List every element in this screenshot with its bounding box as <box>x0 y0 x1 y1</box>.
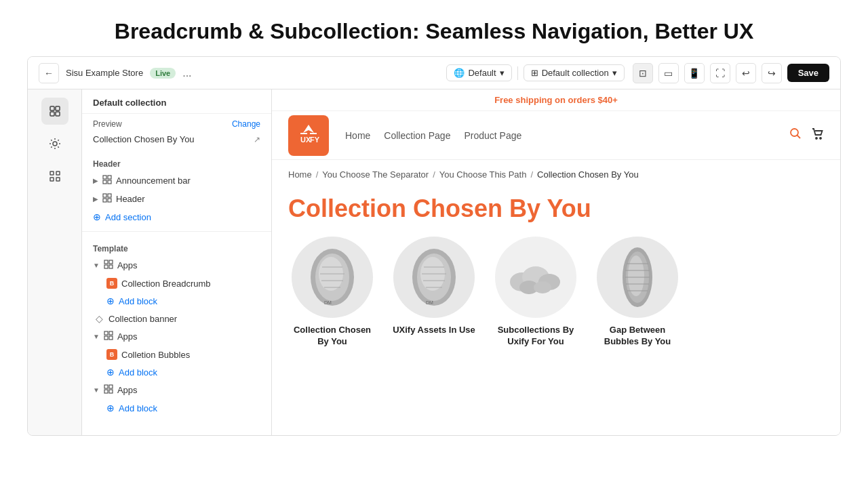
search-icon[interactable] <box>789 127 802 144</box>
chevron-down-icon-5: ▼ <box>93 386 100 394</box>
sidebar-sections-icon[interactable] <box>41 98 68 125</box>
add-section-label: Add section <box>105 212 151 222</box>
header-tree-label: Header <box>116 194 145 204</box>
live-badge: Live <box>150 68 176 79</box>
collection-selector[interactable]: ⊞ Default collection ▾ <box>524 64 625 81</box>
desktop-view-button[interactable]: ⊡ <box>633 63 653 83</box>
fullscreen-button[interactable]: ⛶ <box>710 63 730 83</box>
product-card-3: Subcollections By Uxify For You <box>492 237 580 348</box>
add-block-3[interactable]: ⊕ Add block <box>82 399 271 417</box>
template-label: Template <box>82 237 271 256</box>
bubbles-app-icon: B <box>106 349 117 360</box>
add-block-1[interactable]: ⊕ Add block <box>82 292 271 310</box>
sidebar-settings-icon[interactable] <box>41 130 68 157</box>
header-item[interactable]: ▶ Header <box>82 190 271 208</box>
collection-breadcrumb-item[interactable]: B Collection Breadcrumb <box>82 274 271 292</box>
nav-collection[interactable]: Collection Page <box>384 130 450 141</box>
sidebar-icons <box>28 89 82 435</box>
apps-group-3[interactable]: ▼ Apps <box>82 381 271 399</box>
collection-banner-item[interactable]: ◇ Collection banner <box>82 310 271 327</box>
svg-rect-30 <box>300 133 307 134</box>
svg-rect-27 <box>104 390 108 393</box>
svg-rect-6 <box>56 171 60 175</box>
bc-sep-1: / <box>316 169 319 180</box>
svg-rect-7 <box>50 178 54 181</box>
divider <box>517 66 518 80</box>
svg-point-36 <box>816 138 817 139</box>
nav-product[interactable]: Product Page <box>464 130 521 141</box>
store-logo: UX FY <box>288 115 329 156</box>
bc-path[interactable]: You Choose This Path <box>439 169 527 180</box>
svg-rect-3 <box>56 112 60 116</box>
svg-point-4 <box>53 142 57 146</box>
bc-current: Collection Chosen By You <box>537 169 639 180</box>
header-section-label: Header <box>82 152 271 171</box>
diamond-icon: ◇ <box>96 313 103 324</box>
svg-rect-18 <box>109 260 113 264</box>
more-options-button[interactable]: ... <box>182 67 191 79</box>
svg-rect-13 <box>103 194 106 197</box>
plus-icon-2: ⊕ <box>106 296 115 306</box>
products-grid: DM Collection Chosen By You <box>272 237 840 368</box>
sidebar-apps-icon[interactable] <box>41 163 68 190</box>
grid-icon-2 <box>102 193 112 205</box>
svg-point-61 <box>628 256 644 296</box>
add-section-row[interactable]: ⊕ Add section <box>82 208 271 226</box>
preview-inner: Free shipping on orders $40+ UX FY Ho <box>272 89 840 435</box>
bc-separator[interactable]: You Choose The Separator <box>322 169 429 180</box>
preview-area: Free shipping on orders $40+ UX FY Ho <box>272 89 840 435</box>
chevron-right-icon-2: ▶ <box>93 195 98 203</box>
collection-bubbles-item[interactable]: B Colletion Bubbles <box>82 346 271 363</box>
svg-line-35 <box>797 136 801 139</box>
top-bar: ← Sisu Example Store Live ... 🌐 Default … <box>28 57 840 89</box>
product-name-2: UXify Assets In Use <box>393 325 475 336</box>
apps-group-1[interactable]: ▼ Apps <box>82 256 271 274</box>
nav-home[interactable]: Home <box>345 130 370 141</box>
apps-label-3: Apps <box>117 385 138 395</box>
bc-sep-3: / <box>530 169 533 180</box>
change-link[interactable]: Change <box>232 119 260 129</box>
svg-text:FY: FY <box>310 136 320 144</box>
back-button[interactable]: ← <box>39 63 59 83</box>
svg-rect-24 <box>109 336 113 340</box>
breadcrumb-app-icon: B <box>106 278 117 289</box>
svg-rect-12 <box>108 180 111 184</box>
redo-button[interactable]: ↪ <box>762 63 782 83</box>
external-link-icon[interactable]: ↗ <box>254 135 260 144</box>
product-card-2: DM UXify Assets In Use <box>390 237 478 348</box>
apps-grid-icon-1 <box>104 260 113 271</box>
preview-collection-value: Collection Chosen By You <box>93 134 195 144</box>
apps-label-2: Apps <box>117 331 138 342</box>
save-button[interactable]: Save <box>787 64 829 82</box>
svg-rect-5 <box>50 171 54 175</box>
svg-rect-31 <box>310 133 317 134</box>
svg-marker-29 <box>303 125 314 133</box>
svg-rect-16 <box>108 199 111 202</box>
announcement-bar-item[interactable]: ▶ Announcement bar <box>82 171 271 190</box>
plus-icon: ⊕ <box>93 211 101 222</box>
mobile-view-button[interactable]: 📱 <box>684 63 705 83</box>
nav-actions <box>789 127 824 144</box>
svg-rect-26 <box>109 385 113 388</box>
svg-rect-8 <box>56 178 60 181</box>
svg-rect-23 <box>104 336 108 340</box>
theme-selector[interactable]: 🌐 Default ▾ <box>446 64 511 81</box>
free-shipping-banner: Free shipping on orders $40+ <box>272 89 840 111</box>
bc-sep-2: / <box>433 169 435 180</box>
tablet-view-button[interactable]: ▭ <box>658 63 679 83</box>
panel-title: Default collection <box>82 89 271 114</box>
product-image-3 <box>495 237 576 318</box>
apps-group-2[interactable]: ▼ Apps <box>82 327 271 346</box>
add-block-2[interactable]: ⊕ Add block <box>82 363 271 381</box>
svg-rect-20 <box>109 265 113 268</box>
svg-rect-28 <box>109 390 113 393</box>
nav-links: Home Collection Page Product Page <box>345 130 789 141</box>
bc-home[interactable]: Home <box>288 169 312 180</box>
svg-point-34 <box>791 129 798 136</box>
store-name-label: Sisu Example Store <box>66 68 143 78</box>
cart-icon[interactable] <box>810 127 824 144</box>
chevron-down-icon-4: ▼ <box>93 333 100 340</box>
apps-grid-icon-2 <box>104 331 113 342</box>
undo-button[interactable]: ↩ <box>736 63 756 83</box>
product-name-3: Subcollections By Uxify For You <box>492 325 580 348</box>
